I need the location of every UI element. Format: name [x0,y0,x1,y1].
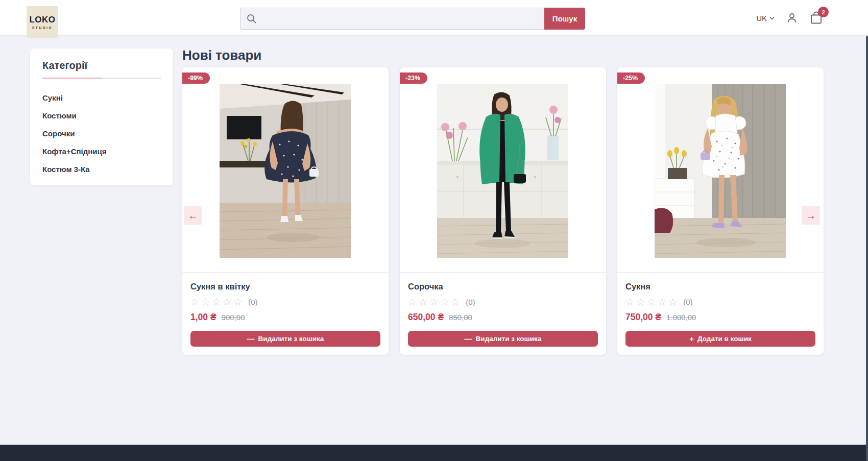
vertical-scrollbar[interactable] [866,36,868,461]
logo-title: LOKO [29,15,55,25]
product-image[interactable] [437,84,568,258]
rating-stars: ☆☆☆☆☆ [190,297,244,307]
product-old-price: 850,00 [449,313,472,322]
discount-badge: -25% [617,72,645,84]
product-image[interactable] [655,84,786,258]
rating-stars: ☆☆☆☆☆ [408,297,462,307]
product-info: Сорочка ☆☆☆☆☆ (0) 650,00 ₴ 850,00 — Вида… [400,272,606,347]
product-price: 750,00 ₴ [625,312,661,323]
header: Пошук UK 2 [0,0,868,36]
product-name[interactable]: Сукня в квітку [190,282,380,292]
search-input[interactable] [240,8,544,30]
remove-from-cart-button[interactable]: — Видалити з кошика [190,331,380,347]
sidebar-item-kostium-3ka[interactable]: Костюм 3-Ка [42,160,161,178]
header-actions: UK 2 [756,0,823,36]
discount-badge: -23% [400,72,427,84]
discount-badge: -99% [182,72,210,84]
product-old-price: 900,00 [222,313,245,322]
product-price: 650,00 ₴ [408,312,444,323]
search-button[interactable]: Пошук [544,8,585,30]
product-image[interactable] [220,84,351,258]
product-old-price: 1.000,00 [666,313,696,322]
sidebar-item-kostiumy[interactable]: Костюми [42,107,161,125]
product-name[interactable]: Сукня [625,282,815,292]
minus-icon: — [465,334,472,343]
sidebar-item-kofta-spidnytsia[interactable]: Кофта+Спідниця [42,142,161,160]
categories-panel: Категорії Сукні Костюми Сорочки Кофта+Сп… [30,48,173,185]
product-card: -23% [400,67,606,355]
cart-count-badge: 2 [818,7,829,17]
product-card: -25% [617,67,824,355]
cart-button-label: Видалити з кошика [258,335,324,343]
carousel-next-button[interactable]: → [802,206,820,225]
categories-list: Сукні Костюми Сорочки Кофта+Спідниця Кос… [42,89,161,178]
page-title: Нові товари [182,47,261,63]
logo[interactable]: LOKO STUDIO [27,6,58,38]
product-price: 1,00 ₴ [190,312,216,323]
rating-stars: ☆☆☆☆☆ [625,297,679,307]
carousel-prev-button[interactable]: ← [184,206,202,225]
remove-from-cart-button[interactable]: — Видалити з кошика [408,331,598,347]
categories-title: Категорії [42,60,161,71]
product-info: Сукня ☆☆☆☆☆ (0) 750,00 ₴ 1.000,00 + Дода… [617,272,824,347]
sidebar-item-sukni[interactable]: Сукні [42,89,161,107]
storefront-page: Пошук UK 2 LOKO STUDIO [0,0,868,461]
rating-count: (0) [466,298,475,306]
cart-button-label: Видалити з кошика [476,335,542,343]
product-name[interactable]: Сорочка [408,282,598,292]
minus-icon: — [247,334,255,343]
plus-icon: + [689,334,694,343]
categories-divider [42,78,161,79]
cart-button[interactable]: 2 [809,11,823,25]
product-card: -99% [182,67,389,355]
arrow-right-icon: → [806,210,816,222]
search-bar: Пошук [240,8,585,30]
cart-button-label: Додати в кошик [697,335,752,343]
chevron-down-icon [769,16,775,20]
product-info: Сукня в квітку ☆☆☆☆☆ (0) 1,00 ₴ 900,00 —… [182,272,389,347]
footer [0,445,868,461]
sidebar-item-sorochky[interactable]: Сорочки [42,125,161,142]
rating-count: (0) [248,298,257,306]
logo-subtitle: STUDIO [32,26,53,30]
language-selector[interactable]: UK [756,14,775,22]
arrow-left-icon: ← [188,210,198,222]
user-icon [786,12,798,24]
rating-count: (0) [683,298,692,306]
add-to-cart-button[interactable]: + Додати в кошик [625,331,815,347]
language-label: UK [756,14,767,22]
account-button[interactable] [786,12,798,24]
